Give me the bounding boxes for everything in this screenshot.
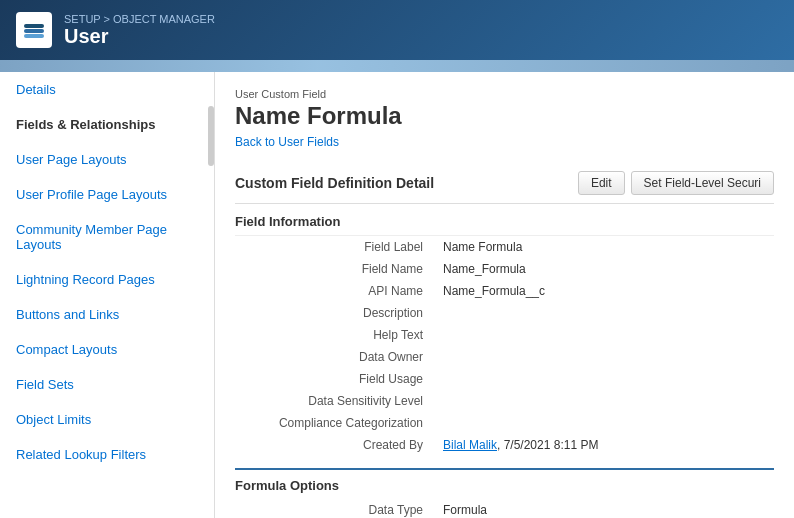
table-row: Field Name Name_Formula — [235, 258, 774, 280]
table-row: Field Label Name Formula — [235, 236, 774, 258]
header-text: SETUP > OBJECT MANAGER User — [64, 13, 215, 48]
compliance-value — [435, 412, 774, 434]
svg-rect-1 — [24, 29, 44, 33]
set-field-level-security-button[interactable]: Set Field-Level Securi — [631, 171, 774, 195]
created-by-label: Created By — [235, 434, 435, 456]
main-layout: Details Fields & Relationships User Page… — [0, 72, 794, 518]
sidebar-item-details[interactable]: Details — [0, 72, 214, 107]
sidebar: Details Fields & Relationships User Page… — [0, 72, 215, 518]
edit-button[interactable]: Edit — [578, 171, 625, 195]
wave-decoration — [0, 60, 794, 72]
formula-options-section: Formula Options Data Type Formula FirstN… — [235, 468, 774, 518]
api-name-label: API Name — [235, 280, 435, 302]
created-by-link[interactable]: Bilal Malik — [443, 438, 497, 452]
field-name-value: Name_Formula — [435, 258, 774, 280]
sidebar-item-object-limits[interactable]: Object Limits — [0, 402, 214, 437]
data-sensitivity-value — [435, 390, 774, 412]
table-row: Data Owner — [235, 346, 774, 368]
sidebar-item-user-profile-page-layouts[interactable]: User Profile Page Layouts — [0, 177, 214, 212]
help-text-label: Help Text — [235, 324, 435, 346]
section-buttons: Edit Set Field-Level Securi — [578, 171, 774, 195]
field-label-label: Field Label — [235, 236, 435, 258]
data-type-value: Formula — [435, 499, 774, 518]
breadcrumb: SETUP > OBJECT MANAGER — [64, 13, 215, 25]
field-information-title: Field Information — [235, 204, 774, 236]
svg-rect-0 — [24, 24, 44, 28]
sidebar-item-fields-relationships[interactable]: Fields & Relationships — [0, 107, 214, 142]
sidebar-item-buttons-and-links[interactable]: Buttons and Links — [0, 297, 214, 332]
formula-options-table: Data Type Formula — [235, 499, 774, 518]
sidebar-item-user-page-layouts[interactable]: User Page Layouts — [0, 142, 214, 177]
formula-options-title: Formula Options — [235, 470, 774, 499]
description-value — [435, 302, 774, 324]
scrollbar[interactable] — [208, 106, 214, 166]
api-name-value: Name_Formula__c — [435, 280, 774, 302]
data-type-label: Data Type — [235, 499, 435, 518]
page-title: User — [64, 25, 215, 48]
field-usage-label: Field Usage — [235, 368, 435, 390]
back-link[interactable]: Back to User Fields — [235, 135, 339, 149]
table-row: Field Usage — [235, 368, 774, 390]
created-by-value: Bilal Malik, 7/5/2021 8:11 PM — [435, 434, 774, 456]
table-row: Description — [235, 302, 774, 324]
app-logo — [16, 12, 52, 48]
section-title: Custom Field Definition Detail — [235, 175, 434, 191]
sidebar-item-field-sets[interactable]: Field Sets — [0, 367, 214, 402]
sidebar-item-community-member-page-layouts[interactable]: Community Member Page Layouts — [0, 212, 214, 262]
data-owner-value — [435, 346, 774, 368]
main-content: User Custom Field Name Formula Back to U… — [215, 72, 794, 518]
sidebar-item-related-lookup-filters[interactable]: Related Lookup Filters — [0, 437, 214, 472]
field-label-value: Name Formula — [435, 236, 774, 258]
table-row: Data Type Formula — [235, 499, 774, 518]
data-sensitivity-label: Data Sensitivity Level — [235, 390, 435, 412]
table-row: Data Sensitivity Level — [235, 390, 774, 412]
field-information-table: Field Label Name Formula Field Name Name… — [235, 236, 774, 456]
field-definition-header: Custom Field Definition Detail Edit Set … — [235, 161, 774, 204]
custom-field-title: Name Formula — [235, 102, 774, 130]
table-row: Compliance Categorization — [235, 412, 774, 434]
svg-rect-2 — [24, 34, 44, 38]
compliance-label: Compliance Categorization — [235, 412, 435, 434]
field-usage-value — [435, 368, 774, 390]
field-type-label: User Custom Field — [235, 88, 774, 100]
content-inner: User Custom Field Name Formula Back to U… — [215, 72, 794, 518]
table-row: Help Text — [235, 324, 774, 346]
table-row: Created By Bilal Malik, 7/5/2021 8:11 PM — [235, 434, 774, 456]
data-owner-label: Data Owner — [235, 346, 435, 368]
field-information-section: Field Information Field Label Name Formu… — [235, 204, 774, 456]
created-by-date: , 7/5/2021 8:11 PM — [497, 438, 598, 452]
description-label: Description — [235, 302, 435, 324]
sidebar-item-compact-layouts[interactable]: Compact Layouts — [0, 332, 214, 367]
custom-field-header: User Custom Field Name Formula Back to U… — [235, 88, 774, 149]
field-name-label: Field Name — [235, 258, 435, 280]
sidebar-item-lightning-record-pages[interactable]: Lightning Record Pages — [0, 262, 214, 297]
app-header: SETUP > OBJECT MANAGER User — [0, 0, 794, 60]
table-row: API Name Name_Formula__c — [235, 280, 774, 302]
help-text-value — [435, 324, 774, 346]
